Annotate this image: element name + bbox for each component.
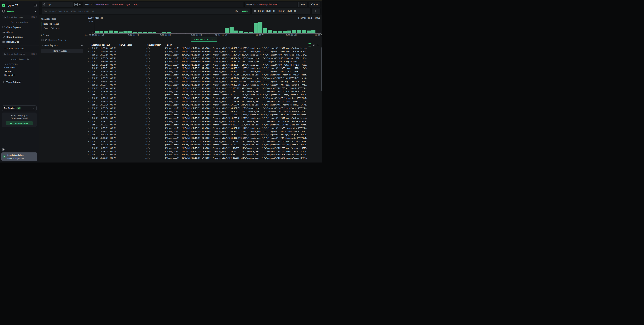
get-started-free-button[interactable]: Get Started for Free [6, 121, 33, 125]
table-row[interactable]: >Oct 21 10:59:56.000 AMinfo{"time_local"… [88, 60, 321, 63]
row-expand-icon[interactable]: > [88, 64, 90, 66]
table-row[interactable]: >Oct 21 10:59:39.000 AMinfo{"time_local"… [88, 100, 321, 103]
row-expand-icon[interactable]: > [88, 131, 90, 132]
histogram-bar[interactable] [182, 33, 186, 33]
table-row[interactable]: >Oct 21 10:59:47.000 AMinfo{"time_local"… [88, 80, 321, 83]
orderby-clause-input[interactable]: ORDER BY TimestampTime DESC [245, 2, 297, 7]
sidebar-item-chart-explorer[interactable]: Chart Explorer [0, 25, 38, 30]
sidebar-item-dashboards[interactable]: Dashboards [0, 39, 38, 44]
row-expand-icon[interactable]: > [88, 117, 90, 119]
table-row[interactable]: >Oct 21 10:59:56.000 AMinfo{"time_local"… [88, 63, 321, 67]
table-row[interactable]: >Oct 21 10:59:58.000 AMinfo{"time_local"… [88, 57, 321, 60]
saved-dashboards-search[interactable]: ⌘K [2, 52, 36, 56]
preset-kubernetes[interactable]: Kubernetes [0, 73, 38, 77]
row-expand-icon[interactable]: > [88, 134, 90, 136]
row-expand-icon[interactable]: > [88, 107, 90, 109]
table-row[interactable]: >Oct 21 10:59:36.000 AMinfo{"time_local"… [88, 117, 321, 120]
table-row[interactable]: >Oct 21 11:00:00.000 AMinfo{"time_local"… [88, 50, 321, 53]
table-row[interactable]: >Oct 21 10:59:52.000 AMinfo{"time_local"… [88, 77, 321, 80]
table-row[interactable]: >Oct 21 10:59:54.000 AMinfo{"time_local"… [88, 67, 321, 70]
sidebar-item-client-sessions[interactable]: Client Sessions [0, 34, 38, 39]
mode-results-table[interactable]: Results Table [41, 22, 83, 26]
histogram-bar[interactable] [206, 33, 210, 33]
histogram-bar[interactable] [143, 32, 147, 33]
row-expand-icon[interactable]: > [88, 91, 90, 92]
histogram-bar[interactable] [316, 33, 320, 33]
histogram-bar[interactable] [186, 33, 190, 33]
histogram-bar[interactable] [268, 30, 272, 33]
row-expand-icon[interactable]: > [88, 114, 90, 116]
histogram-bar[interactable] [215, 33, 219, 33]
column-resize-handle[interactable] [117, 44, 118, 46]
create-dashboard-button[interactable]: + Create Dashboard [0, 46, 38, 51]
table-row[interactable]: >Oct 21 10:59:19.000 AMinfo{"time_local"… [88, 140, 321, 143]
source-settings-gear-icon[interactable] [79, 3, 82, 6]
histogram-bar[interactable] [148, 32, 152, 33]
table-row[interactable]: >Oct 21 10:59:36.000 AMinfo{"time_local"… [88, 113, 321, 117]
sql-editor-icon[interactable]: <> [74, 3, 78, 6]
row-expand-icon[interactable]: > [88, 47, 90, 49]
histogram-bar[interactable] [128, 31, 132, 33]
row-expand-icon[interactable]: > [88, 154, 90, 156]
row-expand-icon[interactable]: > [88, 97, 90, 99]
column-resize-handle[interactable] [165, 44, 166, 46]
histogram-bar[interactable] [162, 32, 166, 33]
histogram-bar[interactable] [258, 22, 262, 33]
histogram-bar[interactable] [230, 27, 234, 33]
table-row[interactable]: >Oct 21 10:59:46.000 AMinfo{"time_local"… [88, 90, 321, 93]
lang-toggle-sql[interactable]: SQL [234, 10, 238, 12]
row-expand-icon[interactable]: > [88, 104, 90, 106]
histogram-bar[interactable] [172, 33, 176, 33]
date-range-picker[interactable]: Oct 20 11:00:00 - Oct 21 11:00:00 [252, 8, 310, 14]
table-row[interactable]: >Oct 21 10:59:39.000 AMinfo{"time_local"… [88, 103, 321, 106]
histogram-bar[interactable] [210, 33, 214, 33]
row-expand-icon[interactable]: > [88, 94, 90, 96]
row-expand-icon[interactable]: > [88, 71, 90, 72]
row-expand-icon[interactable]: > [88, 67, 90, 69]
row-expand-icon[interactable]: > [88, 141, 90, 142]
histogram-bar[interactable] [201, 33, 205, 33]
table-row[interactable]: >Oct 21 10:59:19.000 AMinfo{"time_local"… [88, 150, 321, 153]
row-expand-icon[interactable]: > [88, 157, 90, 159]
row-expand-icon[interactable]: > [88, 137, 90, 139]
saved-dashboards-input[interactable] [7, 53, 31, 55]
col-header-timestamp[interactable]: Timestamp (Local) [90, 44, 117, 46]
download-icon[interactable] [317, 44, 319, 46]
event-search-box[interactable]: SQL | Lucene [42, 8, 250, 14]
histogram-bar[interactable] [292, 30, 296, 33]
histogram-bar[interactable] [278, 31, 282, 33]
column-resize-handle[interactable] [145, 44, 146, 46]
col-header-body[interactable]: Body <> [165, 43, 321, 46]
more-filters-button[interactable]: More filters [41, 49, 83, 53]
row-expand-icon[interactable]: > [88, 77, 90, 79]
source-select[interactable]: Logs [42, 2, 73, 7]
row-expand-icon[interactable]: > [88, 84, 90, 86]
pin-icon[interactable] [81, 44, 83, 47]
table-row[interactable]: >Oct 21 10:59:33.000 AMinfo{"time_local"… [88, 123, 321, 126]
wrap-lines-icon[interactable] [313, 44, 315, 46]
col-header-servicename[interactable]: ServiceName [117, 44, 145, 46]
row-expand-icon[interactable]: > [88, 54, 90, 56]
histogram-bar[interactable] [225, 28, 229, 33]
histogram-bar[interactable] [119, 31, 123, 33]
row-expand-icon[interactable]: > [88, 151, 90, 152]
table-row[interactable]: >Oct 21 10:59:54.000 AMinfo{"time_local"… [88, 70, 321, 73]
preset-clickhouse[interactable]: ClickHouse [0, 66, 38, 70]
select-clause-input[interactable]: SELECT Timestamp,ServiceName,SeverityTex… [83, 2, 243, 7]
table-row[interactable]: >Oct 21 10:59:52.000 AMinfo{"time_local"… [88, 73, 321, 77]
histogram-bar[interactable] [254, 23, 258, 33]
user-account-menu[interactable]: D dominic.tran@clic... dominic.tran@clic… [1, 152, 37, 161]
row-expand-icon[interactable]: > [88, 101, 90, 102]
histogram-bar[interactable] [95, 31, 99, 33]
lang-toggle-lucene[interactable]: Lucene [242, 10, 248, 12]
table-row[interactable]: >Oct 21 10:59:38.000 AMinfo{"time_local"… [88, 110, 321, 113]
sidebar-item-search[interactable]: Search [0, 9, 38, 14]
histogram-bar[interactable] [307, 30, 311, 33]
sidebar-collapse-icon[interactable] [34, 4, 36, 7]
alerts-button[interactable]: Alerts [309, 2, 320, 7]
table-row[interactable]: >Oct 21 10:59:58.000 AMinfo{"time_local"… [88, 53, 321, 57]
row-expand-icon[interactable]: > [88, 74, 90, 76]
histogram-bar[interactable] [138, 32, 142, 33]
row-expand-icon[interactable]: > [88, 147, 90, 149]
row-expand-icon[interactable]: > [88, 57, 90, 59]
